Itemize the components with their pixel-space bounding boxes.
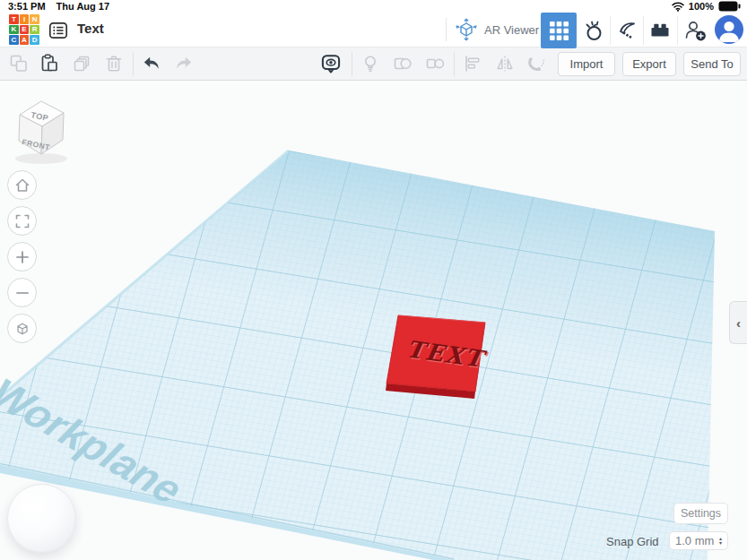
export-button[interactable]: Export (622, 52, 676, 76)
invite-collaborator-button[interactable] (678, 13, 714, 48)
delete-button[interactable] (99, 49, 129, 78)
toolbar-divider (133, 52, 134, 76)
undo-icon (141, 53, 162, 74)
battery-icon (718, 1, 741, 12)
plus-icon (14, 249, 30, 265)
perspective-toggle-button[interactable] (7, 314, 37, 343)
send-to-button[interactable]: Send To (683, 52, 741, 76)
design-menu-button[interactable] (47, 19, 70, 42)
ar-viewer-button[interactable]: AR Viewer (451, 17, 543, 42)
snap-magnet-button[interactable] (522, 49, 552, 78)
logo-cell: D (30, 35, 39, 45)
chevron-left-icon: ‹ (736, 315, 741, 331)
mirror-button[interactable] (490, 49, 520, 78)
clock-date: Thu Aug 17 (56, 1, 109, 12)
toolbar-divider (352, 52, 352, 76)
lightbulb-icon (360, 53, 381, 74)
align-button[interactable] (457, 49, 488, 78)
home-view-button[interactable] (7, 170, 37, 200)
redo-icon (173, 53, 195, 74)
fit-view-icon (14, 213, 30, 229)
import-button[interactable]: Import (558, 52, 615, 76)
ios-status-bar: 3:51 PM Thu Aug 17 100% (0, 0, 747, 13)
paste-icon (39, 53, 60, 74)
ar-viewer-label: AR Viewer (484, 23, 539, 37)
minus-icon (14, 285, 30, 301)
fit-view-button[interactable] (7, 206, 37, 236)
zoom-out-button[interactable] (7, 278, 37, 307)
ar-cube-icon (455, 18, 478, 41)
pickaxe-icon (615, 19, 638, 42)
design-title[interactable]: Text (77, 21, 104, 36)
edit-toolbar: Import Export Send To (0, 47, 747, 81)
copy-button[interactable] (4, 49, 34, 78)
group-button[interactable] (387, 49, 418, 78)
logo-cell: N (30, 14, 39, 24)
falling-apple-icon (582, 19, 605, 42)
app-header: T I N K E R C A D Text AR Viewe (0, 13, 747, 47)
design-canvas[interactable]: Workplane TEXT TEXT TOP FRONT (0, 0, 747, 560)
copy-icon (8, 53, 30, 74)
wifi-icon (672, 2, 684, 12)
list-icon (48, 20, 69, 41)
group-icon (392, 53, 413, 74)
ungroup-button[interactable] (420, 49, 450, 78)
redo-button[interactable] (169, 49, 199, 78)
bricks-button[interactable] (643, 13, 676, 48)
zoom-in-button[interactable] (7, 242, 37, 271)
view-cube[interactable]: TOP FRONT (15, 101, 67, 164)
align-icon (462, 53, 483, 74)
workplane-depth-shading (0, 151, 715, 560)
avatar-person-icon (715, 15, 743, 44)
clock-time: 3:51 PM (8, 1, 46, 12)
orthographic-cube-icon (13, 320, 31, 338)
trash-icon (103, 53, 125, 74)
orbit-joystick[interactable] (7, 484, 76, 553)
view-cube-shadow (15, 153, 67, 164)
blocks-button[interactable] (610, 13, 643, 48)
snap-grid-value: 1.0 mm (675, 534, 714, 547)
snap-grid-label: Snap Grid (606, 535, 659, 548)
logo-cell: A (20, 35, 30, 45)
magnet-icon (526, 53, 548, 74)
duplicate-button[interactable] (66, 49, 97, 78)
settings-button[interactable]: Settings (673, 503, 728, 524)
header-divider (446, 18, 447, 41)
dropdown-caret-icon: ▴▾ (719, 537, 722, 545)
lego-brick-icon (648, 19, 672, 42)
mirror-icon (494, 53, 516, 74)
tinkercad-logo[interactable]: T I N K E R C A D (9, 14, 39, 45)
add-person-icon (683, 18, 708, 43)
show-hidden-button[interactable] (355, 49, 386, 78)
logo-cell: C (9, 35, 19, 45)
ungroup-icon (424, 53, 446, 74)
logo-cell: R (30, 25, 39, 35)
note-eye-icon (319, 52, 343, 75)
logo-cell: K (9, 25, 19, 35)
home-icon (14, 177, 30, 194)
notes-button[interactable] (316, 49, 346, 78)
panel-expand-tab[interactable]: ‹ (729, 301, 747, 344)
battery-percent: 100% (689, 1, 714, 12)
grid-view-icon (550, 22, 569, 40)
editor-3d-view-button[interactable] (541, 13, 577, 48)
logo-cell: E (20, 25, 30, 35)
snap-grid-dropdown[interactable]: 1.0 mm ▴▾ (669, 531, 728, 550)
toolbar-divider (454, 52, 455, 76)
logo-cell: T (9, 14, 19, 24)
paste-button[interactable] (34, 49, 65, 78)
avatar[interactable] (715, 15, 743, 44)
sim-lab-button[interactable] (577, 13, 610, 48)
duplicate-icon (71, 53, 92, 74)
undo-button[interactable] (136, 49, 167, 78)
tinkercad-app: Workplane TEXT TEXT TOP FRONT (0, 0, 747, 560)
logo-cell: I (20, 14, 30, 24)
workplane[interactable]: Workplane (0, 151, 715, 560)
